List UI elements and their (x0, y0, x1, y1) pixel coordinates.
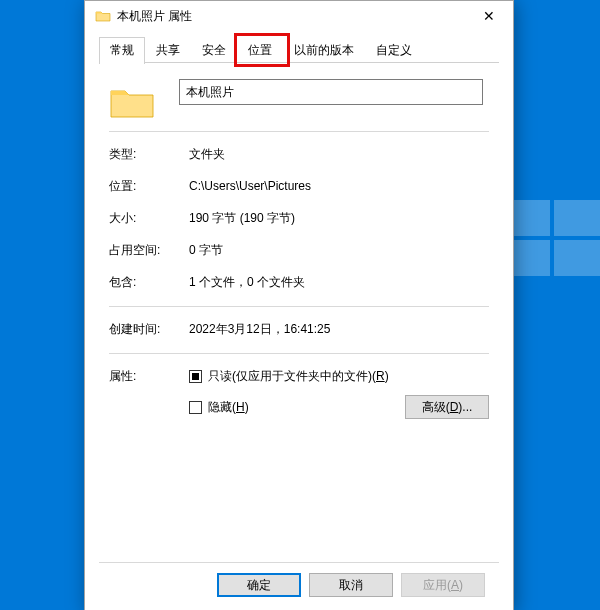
tab-general[interactable]: 常规 (99, 37, 145, 64)
readonly-label: 只读(仅应用于文件夹中的文件)(R) (208, 368, 389, 385)
label-created: 创建时间: (109, 321, 189, 337)
tab-security[interactable]: 安全 (191, 37, 237, 63)
divider (109, 306, 489, 307)
readonly-checkbox[interactable] (189, 370, 202, 383)
tab-customize[interactable]: 自定义 (365, 37, 423, 63)
dialog-footer: 确定 取消 应用(A) (99, 562, 499, 610)
tab-content-general: 类型: 文件夹 位置: C:\Users\User\Pictures 大小: 1… (85, 63, 513, 562)
label-attributes: 属性: (109, 368, 189, 419)
value-location: C:\Users\User\Pictures (189, 178, 489, 194)
apply-button[interactable]: 应用(A) (401, 573, 485, 597)
folder-large-icon (109, 81, 155, 121)
value-created: 2022年3月12日，16:41:25 (189, 321, 489, 337)
folder-name-input[interactable] (179, 79, 483, 105)
windows-logo (510, 200, 600, 280)
hidden-label: 隐藏(H) (208, 399, 249, 416)
tab-previous-versions[interactable]: 以前的版本 (283, 37, 365, 63)
close-button[interactable]: ✕ (467, 1, 511, 31)
label-location: 位置: (109, 178, 189, 194)
advanced-button[interactable]: 高级(D)... (405, 395, 489, 419)
value-size: 190 字节 (190 字节) (189, 210, 489, 226)
tab-location[interactable]: 位置 (237, 37, 283, 63)
hidden-checkbox-row[interactable]: 隐藏(H) (189, 399, 405, 416)
folder-icon (95, 8, 111, 24)
ok-button[interactable]: 确定 (217, 573, 301, 597)
divider (109, 131, 489, 132)
label-size: 大小: (109, 210, 189, 226)
value-size-on-disk: 0 字节 (189, 242, 489, 258)
value-type: 文件夹 (189, 146, 489, 162)
properties-dialog: 本机照片 属性 ✕ 常规 共享 安全 位置 以前的版本 自定义 (84, 0, 514, 610)
label-size-on-disk: 占用空间: (109, 242, 189, 258)
titlebar[interactable]: 本机照片 属性 ✕ (85, 1, 513, 31)
tab-strip: 常规 共享 安全 位置 以前的版本 自定义 (85, 31, 513, 63)
cancel-button[interactable]: 取消 (309, 573, 393, 597)
label-type: 类型: (109, 146, 189, 162)
readonly-checkbox-row[interactable]: 只读(仅应用于文件夹中的文件)(R) (189, 368, 489, 385)
tab-sharing[interactable]: 共享 (145, 37, 191, 63)
hidden-checkbox[interactable] (189, 401, 202, 414)
label-contains: 包含: (109, 274, 189, 290)
window-title: 本机照片 属性 (117, 8, 467, 25)
divider (109, 353, 489, 354)
value-contains: 1 个文件，0 个文件夹 (189, 274, 489, 290)
desktop: 本机照片 属性 ✕ 常规 共享 安全 位置 以前的版本 自定义 (0, 0, 600, 610)
